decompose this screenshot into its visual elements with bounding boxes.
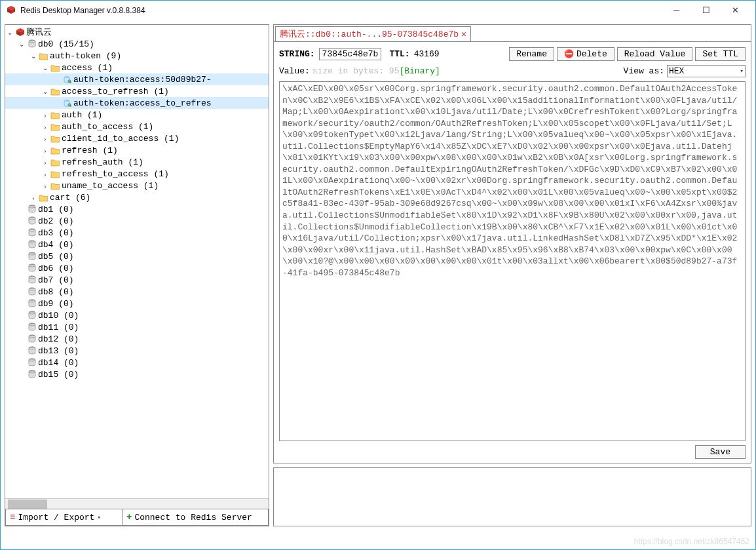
tree-folder-uname-to-access[interactable]: ›uname_to_access (1) xyxy=(5,180,269,191)
value-label: Value: xyxy=(279,66,310,76)
chevron-down-icon[interactable]: ⌄ xyxy=(41,64,50,71)
tree-label: access_to_refresh (1) xyxy=(62,87,169,96)
tree-folder-auth-to-access[interactable]: ›auth_to_access (1) xyxy=(5,121,269,132)
tree-folder-access-to-refresh[interactable]: ⌄access_to_refresh (1) xyxy=(5,85,269,97)
chevron-right-icon[interactable]: › xyxy=(41,147,50,154)
tree-db4[interactable]: ·db4 (0) xyxy=(5,239,269,250)
db-icon xyxy=(26,358,37,367)
folder-icon xyxy=(50,122,60,131)
tree-key-access[interactable]: ·auth-token:access:50d89b27- xyxy=(5,73,269,85)
horizontal-scrollbar[interactable] xyxy=(5,498,269,509)
key-name-input[interactable]: 73845c48e7b xyxy=(319,48,382,60)
tree-folder-auth-token[interactable]: ⌄auth-token (9) xyxy=(5,50,269,62)
save-button[interactable]: Save xyxy=(695,445,746,459)
chevron-right-icon[interactable]: › xyxy=(41,111,50,119)
folder-icon xyxy=(50,146,60,155)
tree-db6[interactable]: ·db6 (0) xyxy=(5,262,269,274)
tree-db12[interactable]: ·db12 (0) xyxy=(5,333,269,345)
key-view-area: 腾讯云::db0::auth-...95-073845c48e7b ✕ STRI… xyxy=(273,24,751,463)
import-export-label: Import / Export xyxy=(18,513,94,522)
chevron-down-icon[interactable]: ⌄ xyxy=(29,52,38,60)
tree-folder-auth[interactable]: ›auth (1) xyxy=(5,109,269,121)
blank: · xyxy=(17,288,26,296)
folder-icon xyxy=(38,51,48,60)
db-icon xyxy=(26,216,37,226)
tree-folder-refresh-to-access[interactable]: ›refresh_to_access (1) xyxy=(5,168,269,180)
tree-db1[interactable]: ·db1 (0) xyxy=(5,203,269,215)
tree-db9[interactable]: ·db9 (0) xyxy=(5,298,269,309)
folder-icon xyxy=(50,110,60,119)
tree-label: db12 (0) xyxy=(38,334,79,344)
chevron-right-icon[interactable]: › xyxy=(41,135,50,142)
tab-close-icon[interactable]: ✕ xyxy=(461,29,466,39)
tree-db0[interactable]: ⌄db0 (15/15) xyxy=(5,38,269,50)
tree-label: db6 (0) xyxy=(38,264,74,273)
rename-button[interactable]: Rename xyxy=(509,47,554,61)
console-panel[interactable] xyxy=(273,467,751,526)
connect-button[interactable]: + Connect to Redis Server xyxy=(122,509,269,526)
tree-db2[interactable]: ·db2 (0) xyxy=(5,215,269,227)
tree-folder-refresh[interactable]: ›refresh (1) xyxy=(5,144,269,156)
view-as-select[interactable]: HEX ▾ xyxy=(667,65,746,77)
ttl-label: TTL: xyxy=(389,49,409,59)
tree-folder-access[interactable]: ⌄access (1) xyxy=(5,62,269,73)
tree-label: db11 (0) xyxy=(38,323,79,332)
tab-key[interactable]: 腾讯云::db0::auth-...95-073845c48e7b ✕ xyxy=(275,26,471,42)
chevron-down-icon[interactable]: ⌄ xyxy=(5,29,14,36)
maximize-button[interactable]: ☐ xyxy=(691,1,721,20)
tree-label: auth-token:access_to_refres xyxy=(73,98,212,108)
tree-folder-refresh-auth[interactable]: ›refresh_auth (1) xyxy=(5,156,269,168)
tree-db8[interactable]: ·db8 (0) xyxy=(5,286,269,298)
tree-db15[interactable]: ·db15 (0) xyxy=(5,368,269,380)
connections-tree[interactable]: ⌄腾讯云⌄db0 (15/15)⌄auth-token (9)⌄access (… xyxy=(5,25,269,498)
blank: · xyxy=(52,100,62,107)
set-ttl-button[interactable]: Set TTL xyxy=(695,47,746,61)
tree-label: db2 (0) xyxy=(38,216,74,226)
tree-label: refresh (1) xyxy=(62,146,118,155)
tree-key-access-to-refresh[interactable]: ·auth-token:access_to_refres xyxy=(5,97,269,109)
connections-panel: ⌄腾讯云⌄db0 (15/15)⌄auth-token (9)⌄access (… xyxy=(5,24,269,526)
folder-icon xyxy=(50,63,60,72)
tree-label: db10 (0) xyxy=(38,311,79,321)
blank: · xyxy=(17,324,26,331)
tree-label: auth (1) xyxy=(62,110,102,120)
chevron-right-icon[interactable]: › xyxy=(41,159,50,166)
redis-icon xyxy=(14,28,25,37)
tab-label: 腾讯云::db0::auth-...95-073845c48e7b xyxy=(280,28,459,40)
close-button[interactable]: ✕ xyxy=(721,1,750,20)
chevron-down-icon: ▾ xyxy=(97,514,100,521)
blank: · xyxy=(17,300,26,307)
value-textarea[interactable]: \xAC\xED\x00\x05sr\x00Corg.springframewo… xyxy=(279,81,746,441)
chevron-right-icon[interactable]: › xyxy=(41,182,50,189)
chevron-right-icon[interactable]: › xyxy=(41,170,50,178)
tree-label: auth-token:access:50d89b27- xyxy=(73,75,212,85)
tree-db10[interactable]: ·db10 (0) xyxy=(5,309,269,321)
folder-icon xyxy=(38,193,48,202)
chevron-right-icon[interactable]: › xyxy=(41,123,50,130)
blank: · xyxy=(17,265,26,272)
tree-db7[interactable]: ·db7 (0) xyxy=(5,274,269,286)
tree-db11[interactable]: ·db11 (0) xyxy=(5,321,269,333)
tree-db3[interactable]: ·db3 (0) xyxy=(5,227,269,239)
delete-button[interactable]: ⛔ Delete xyxy=(557,47,614,61)
chevron-down-icon[interactable]: ⌄ xyxy=(41,88,50,95)
tree-db13[interactable]: ·db13 (0) xyxy=(5,345,269,357)
import-export-button[interactable]: ≡ Import / Export ▾ xyxy=(5,509,122,526)
minimize-button[interactable]: ─ xyxy=(662,1,691,20)
chevron-down-icon[interactable]: ⌄ xyxy=(17,41,26,48)
tree-folder-cart[interactable]: ›cart (6) xyxy=(5,191,269,203)
tree-folder-client-id-to-access[interactable]: ›client_id_to_access (1) xyxy=(5,132,269,144)
chevron-right-icon[interactable]: › xyxy=(29,194,38,201)
tree-connection[interactable]: ⌄腾讯云 xyxy=(5,26,269,38)
reload-value-button[interactable]: Reload Value xyxy=(617,47,693,61)
db-icon xyxy=(26,287,37,296)
titlebar: Redis Desktop Manager v.0.8.8.384 ─ ☐ ✕ xyxy=(1,1,755,20)
tree-db14[interactable]: ·db14 (0) xyxy=(5,357,269,368)
db-icon xyxy=(26,228,37,237)
tree-label: access (1) xyxy=(62,63,113,73)
right-panel: 腾讯云::db0::auth-...95-073845c48e7b ✕ STRI… xyxy=(273,24,751,526)
tree-db5[interactable]: ·db5 (0) xyxy=(5,250,269,262)
blank: · xyxy=(17,277,26,284)
db-icon xyxy=(26,205,37,214)
tree-label: refresh_auth (1) xyxy=(62,157,143,167)
